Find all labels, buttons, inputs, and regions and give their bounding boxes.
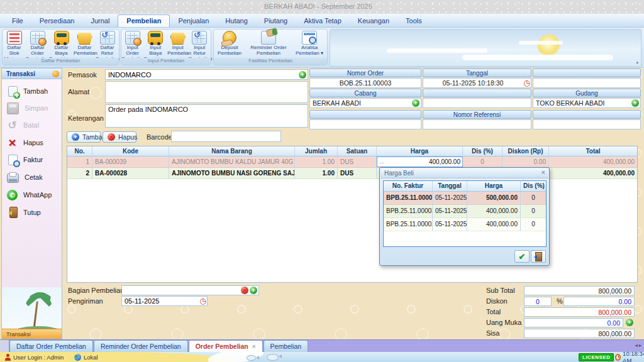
gudang-header: Gudang bbox=[533, 89, 641, 97]
pengiriman-input[interactable] bbox=[122, 297, 199, 305]
col-diskon[interactable]: Diskon (Rp) bbox=[502, 146, 549, 156]
diskon-pct-input[interactable]: 0 bbox=[524, 297, 552, 306]
menu-penjualan[interactable]: Penjualan bbox=[170, 15, 217, 27]
pemasok-input[interactable] bbox=[106, 71, 299, 79]
keterangan-input[interactable]: Order pada INDOMARCO bbox=[105, 104, 308, 128]
application-window: BERKAH ABADI - September 2025 File Perse… bbox=[0, 0, 644, 362]
popup-title[interactable]: Harga Beli bbox=[380, 168, 548, 178]
ribbon-group-fasilitas-pembelian: Deposit Pembelian Reminder Order Pembeli… bbox=[213, 29, 328, 65]
button-input-biaya-pengiriman[interactable]: Input Biaya Pengiriman bbox=[144, 30, 167, 62]
col-total[interactable]: Total bbox=[549, 146, 637, 156]
sidebar-footer[interactable]: Transaksi bbox=[2, 329, 62, 339]
popup-exit-button[interactable] bbox=[531, 250, 546, 263]
undo-icon: ↺ bbox=[7, 120, 18, 131]
col-no[interactable]: No. bbox=[67, 146, 92, 156]
ribbon-collapse-icon[interactable]: ▴ bbox=[636, 60, 638, 65]
date-picker-icon[interactable]: ◷ bbox=[199, 297, 207, 305]
window-title-bar: BERKAH ABADI - September 2025 bbox=[0, 0, 644, 14]
popup-table-row[interactable]: BPB.25.11.00002 05-11-2025 400,000.00 0 bbox=[384, 218, 546, 231]
button-reminder-order-pembelian[interactable]: Reminder Order Pembelian bbox=[246, 30, 291, 57]
col-nama-barang[interactable]: Nama Barang bbox=[169, 146, 295, 156]
lookup-icon[interactable]: + bbox=[250, 287, 257, 294]
menu-piutang[interactable]: Piutang bbox=[256, 15, 296, 27]
ribbon: Daftar Stok Minimum Daftar Order Pembeli… bbox=[0, 28, 644, 68]
gudang-value[interactable]: TOKO BERKAH ABADI + bbox=[533, 98, 641, 108]
cabang-value[interactable]: BERKAH ABADI + bbox=[309, 98, 421, 108]
col-dis[interactable]: Dis (%) bbox=[463, 146, 502, 156]
sidebar-item-faktur[interactable]: Faktur bbox=[7, 152, 60, 167]
sidebar-item-label: Simpan bbox=[25, 104, 48, 112]
diskon-value-input[interactable]: 0.00 bbox=[564, 297, 635, 306]
uang-muka-lookup-icon[interactable]: + bbox=[626, 319, 633, 326]
menu-file[interactable]: File bbox=[4, 15, 31, 27]
button-input-order-pembelian[interactable]: Input Order Pembelian bbox=[121, 30, 143, 62]
menu-pembelian[interactable]: Pembelian bbox=[118, 14, 170, 27]
col-satuan[interactable]: Satuan bbox=[338, 146, 377, 156]
uang-muka-input[interactable]: 0.00 bbox=[524, 318, 623, 327]
pemasok-lookup-icon[interactable]: + bbox=[299, 71, 306, 79]
clock-status: 10:18:34 AM bbox=[615, 352, 644, 362]
sidebar-item-batal[interactable]: ↺ Batal bbox=[7, 118, 60, 133]
bagian-pembelian-input[interactable] bbox=[122, 287, 241, 294]
button-daftar-retur-pembelian[interactable]: ↺ Daftar Retur Pembelian bbox=[96, 30, 119, 62]
nomor-referensi-value[interactable] bbox=[423, 119, 531, 129]
button-daftar-order-pembelian[interactable]: Daftar Order Pembelian bbox=[26, 30, 49, 62]
alamat-input[interactable] bbox=[105, 81, 308, 103]
tanggal-value[interactable]: 05-11-2025 10:18:30 ◷ bbox=[423, 78, 531, 88]
menu-jurnal[interactable]: Jurnal bbox=[82, 15, 118, 27]
button-daftar-pembelian[interactable]: Daftar Pembelian bbox=[74, 30, 96, 57]
add-item-button[interactable]: + Tambah bbox=[67, 131, 101, 143]
col-no-faktur[interactable]: No. Faktur bbox=[384, 181, 433, 191]
tab-pembelian[interactable]: Pembelian bbox=[264, 340, 309, 352]
sidebar-item-whatapp[interactable]: ✆ WhatApp bbox=[7, 187, 60, 202]
menu-aktiva-tetap[interactable]: Aktiva Tetap bbox=[296, 15, 350, 27]
ribbon-group-label: Fasilitas Pembelian bbox=[214, 58, 327, 65]
col-jumlah[interactable]: Jumlah bbox=[295, 146, 338, 156]
button-analisa-pembelian[interactable]: Analisa Pembelian ▾ bbox=[292, 30, 326, 57]
harga-editor-cell[interactable]: ... 400,000.00 bbox=[377, 156, 463, 167]
cabang-lookup-icon[interactable]: + bbox=[412, 99, 419, 107]
popup-accept-button[interactable]: ✔ bbox=[514, 250, 530, 263]
button-input-retur-pembelian[interactable]: ↺ Input Retur Pembelian bbox=[189, 30, 211, 62]
col-dis[interactable]: Dis (%) bbox=[521, 181, 546, 191]
tab-close-icon[interactable]: × bbox=[252, 343, 256, 350]
button-daftar-biaya-pengiriman[interactable]: Daftar Biaya Pengiriman bbox=[49, 30, 74, 62]
col-harga[interactable]: Harga bbox=[377, 146, 463, 156]
total-value: 800,000.00 bbox=[524, 307, 635, 317]
popup-table-row[interactable]: BPB.25.11.00003 05-11-2025 400,000.00 0 bbox=[384, 205, 546, 218]
col-kode[interactable]: Kode bbox=[92, 146, 169, 156]
menu-tools[interactable]: Tools bbox=[397, 15, 430, 27]
button-daftar-stok-minimum[interactable]: Daftar Stok Minimum bbox=[3, 30, 26, 62]
sidebar-item-hapus[interactable]: ✕ Hapus bbox=[7, 135, 60, 150]
sidebar-item-tambah[interactable]: Tambah bbox=[7, 84, 60, 99]
tab-reminder-order-pembelian[interactable]: Reminder Order Pembelian bbox=[94, 340, 188, 352]
date-picker-icon[interactable]: ◷ bbox=[523, 79, 531, 87]
tab-daftar-order-pembelian[interactable]: Daftar Order Pembelian bbox=[9, 340, 93, 352]
clear-icon[interactable]: × bbox=[241, 287, 248, 294]
delete-item-button[interactable]: × Hapus bbox=[103, 131, 136, 143]
sidebar-item-tutup[interactable]: Tutup bbox=[7, 205, 60, 220]
table-row[interactable]: 2 BA-000028 AJINOMOTO BUMBU NASI GORENG … bbox=[67, 168, 637, 179]
sidebar-item-simpan[interactable]: Simpan bbox=[7, 101, 60, 116]
menu-persediaan[interactable]: Persediaan bbox=[31, 15, 83, 27]
menu-keuangan[interactable]: Keuangan bbox=[350, 15, 397, 27]
col-harga[interactable]: Harga bbox=[467, 181, 521, 191]
lookup-ellipsis-button[interactable]: ... bbox=[377, 156, 386, 167]
tab-order-pembelian[interactable]: Order Pembelian× bbox=[189, 340, 263, 352]
button-input-pembelian[interactable]: Input Pembelian bbox=[167, 30, 188, 57]
button-deposit-pembelian[interactable]: Deposit Pembelian bbox=[214, 30, 245, 57]
col-tanggal[interactable]: Tanggal bbox=[433, 181, 467, 191]
tab-scroll-arrows[interactable]: ◂ ▸ bbox=[635, 343, 641, 348]
table-row[interactable]: 1 BA-000039 AJINOMOTO BUMBU KALDU JAMUR … bbox=[67, 156, 637, 168]
input-return-icon: ↺ bbox=[192, 31, 207, 45]
menu-hutang[interactable]: Hutang bbox=[217, 15, 255, 27]
sisa-label: Sisa bbox=[486, 329, 499, 337]
popup-table-row[interactable]: BPB.25.11.00004 05-11-2025 500,000.00 0 bbox=[384, 192, 546, 205]
barcode-input[interactable] bbox=[171, 131, 281, 142]
sidebar-item-cetak[interactable]: Cetak bbox=[7, 170, 60, 185]
nomor-referensi-header: Nomor Referensi bbox=[423, 110, 531, 119]
gudang-lookup-icon[interactable]: + bbox=[631, 99, 639, 107]
purchase-return-list-icon: ↺ bbox=[100, 31, 115, 45]
sidebar-item-label: Tutup bbox=[23, 209, 41, 216]
popup-close-icon[interactable]: × bbox=[541, 168, 545, 176]
